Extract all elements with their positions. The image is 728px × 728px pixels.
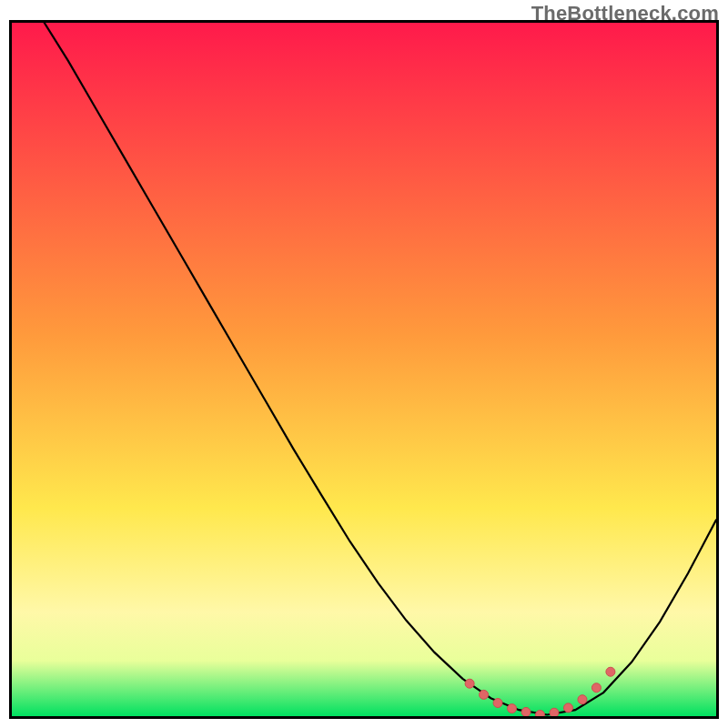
gradient-background xyxy=(12,23,716,716)
marker-dot xyxy=(493,699,502,708)
marker-dot xyxy=(563,703,572,713)
marker-dot xyxy=(578,695,587,704)
marker-dot xyxy=(480,690,489,699)
marker-dot xyxy=(592,683,601,693)
plot-frame xyxy=(9,20,719,719)
marker-dot xyxy=(606,667,615,676)
marker-dot xyxy=(508,704,517,713)
marker-dot xyxy=(465,679,474,688)
marker-dot xyxy=(521,707,531,716)
plot-svg xyxy=(12,23,716,716)
marker-dot xyxy=(536,710,545,716)
chart-stage: TheBottleneck.com xyxy=(0,0,728,728)
marker-dot xyxy=(550,708,559,716)
